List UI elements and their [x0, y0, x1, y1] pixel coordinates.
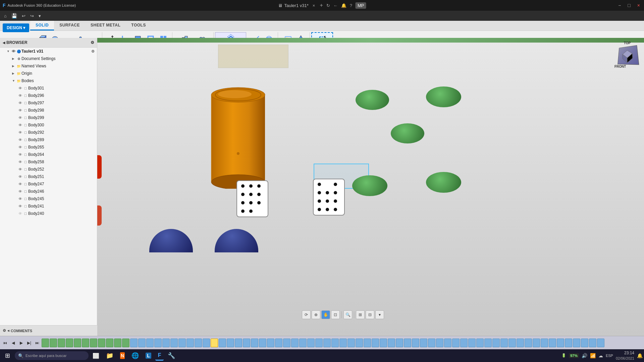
anim-cell-8[interactable] [106, 339, 113, 347]
anim-cell-60[interactable] [525, 339, 532, 347]
anim-cell-36[interactable] [331, 339, 339, 347]
taskbar-explorer[interactable]: 📁 [103, 351, 116, 361]
anim-cell-24[interactable] [235, 339, 242, 347]
anim-cell-69[interactable] [597, 339, 604, 347]
anim-cell-67[interactable] [581, 339, 588, 347]
anim-next-btn[interactable]: ▶| [25, 339, 33, 347]
anim-cell-9[interactable] [114, 339, 121, 347]
tab-sheet-metal[interactable]: SHEET METAL [85, 21, 126, 31]
anim-cell-34[interactable] [315, 339, 323, 347]
anim-cell-17[interactable] [178, 339, 186, 347]
nav-more-btn[interactable]: ▾ [375, 310, 384, 319]
notifications-btn[interactable]: 🔔 [341, 3, 346, 8]
anim-cell-66[interactable] [573, 339, 580, 347]
close-btn[interactable]: × [636, 3, 641, 8]
qa-arrow-btn[interactable]: ▾ [37, 13, 42, 19]
anim-cell-53[interactable] [468, 339, 476, 347]
anim-cell-49[interactable] [436, 339, 443, 347]
taskbar-search[interactable]: 🔍 Escribe aquí para buscar [15, 351, 89, 360]
tree-origin[interactable]: ▶ 📁 Origin [0, 70, 97, 77]
anim-cell-64[interactable] [557, 339, 564, 347]
anim-first-btn[interactable]: ⏮ [1, 339, 9, 347]
anim-cell-11[interactable] [130, 339, 138, 347]
anim-cell-4[interactable] [74, 339, 81, 347]
anim-cell-55[interactable] [484, 339, 492, 347]
anim-cell-37[interactable] [339, 339, 347, 347]
tree-body-296[interactable]: 👁 □ Body296 [0, 92, 97, 99]
notification-btn[interactable]: 🔔 [637, 353, 643, 358]
anim-cell-50[interactable] [444, 339, 451, 347]
tab-solid[interactable]: SOLID [30, 21, 54, 31]
anim-cell-43[interactable] [388, 339, 395, 347]
anim-cell-15[interactable] [162, 339, 170, 347]
tree-body-292[interactable]: 👁□ Body292 [0, 129, 97, 136]
anim-cell-44[interactable] [396, 339, 403, 347]
anim-cell-28[interactable] [267, 339, 274, 347]
tab-tools[interactable]: TOOLS [126, 21, 151, 31]
anim-cell-18[interactable] [186, 339, 194, 347]
anim-cell-41[interactable] [372, 339, 379, 347]
anim-cell-0[interactable] [42, 339, 49, 347]
cloud-icon[interactable]: ☁ [598, 353, 603, 358]
anim-last-btn[interactable]: ⏭ [34, 339, 41, 347]
root-visibility-icon[interactable]: 👁 [11, 49, 16, 54]
anim-cell-12[interactable] [138, 339, 146, 347]
anim-cell-23[interactable] [227, 339, 234, 347]
comments-settings-icon[interactable]: ⚙ [3, 328, 6, 333]
undo-btn[interactable]: ↩ [20, 13, 27, 19]
tree-body-252[interactable]: 👁□ Body252 [0, 166, 97, 173]
wifi-icon[interactable]: 📶 [590, 353, 596, 358]
anim-cell-54[interactable] [476, 339, 484, 347]
anim-cell-21[interactable] [211, 339, 218, 347]
body-301-vis[interactable]: 👁 [17, 85, 23, 91]
anim-cell-59[interactable] [517, 339, 524, 347]
nav-zoom-in-btn[interactable]: 🔍 [343, 310, 352, 319]
anim-cell-58[interactable] [508, 339, 516, 347]
nav-fit-btn[interactable]: ⊡ [331, 310, 340, 319]
anim-cell-25[interactable] [243, 339, 250, 347]
maximize-btn[interactable]: □ [626, 3, 632, 8]
anim-cell-20[interactable] [203, 339, 210, 347]
anim-cell-2[interactable] [58, 339, 65, 347]
anim-cell-33[interactable] [307, 339, 315, 347]
anim-cell-31[interactable] [291, 339, 299, 347]
anim-cell-48[interactable] [428, 339, 435, 347]
refresh-btn[interactable]: ↻ [326, 3, 330, 8]
anim-cell-40[interactable] [364, 339, 371, 347]
tree-body-299[interactable]: 👁□ Body299 [0, 114, 97, 121]
anim-cell-27[interactable] [259, 339, 266, 347]
tree-body-246[interactable]: 👁□ Body246 [0, 188, 97, 195]
body-301-sq[interactable]: □ [23, 85, 28, 91]
viewport[interactable]: TOP FRONT ⟳ ⊕ ✋ ⊡ 🔍 ⊞ ⊟ ▾ [97, 38, 644, 336]
anim-cell-35[interactable] [323, 339, 331, 347]
tree-body-300[interactable]: 👁□ Body300 [0, 121, 97, 129]
anim-prev-btn[interactable]: ◀ [9, 339, 17, 347]
tab-surface[interactable]: SURFACE [54, 21, 85, 31]
body-296-vis[interactable]: 👁 [17, 93, 23, 98]
home-btn[interactable]: ⌂ [3, 13, 8, 19]
taskbar-fusion[interactable]: F [155, 351, 164, 361]
tree-body-251[interactable]: 👁□ Body251 [0, 173, 97, 180]
anim-cell-57[interactable] [500, 339, 508, 347]
nav-hand-btn[interactable]: ✋ [321, 310, 330, 319]
anim-cell-22[interactable] [219, 339, 226, 347]
tree-body-240[interactable]: 👁□ Body240 [0, 210, 97, 217]
anim-cell-3[interactable] [66, 339, 73, 347]
nav-grid-2x2-btn[interactable]: ⊟ [366, 310, 374, 319]
anim-cell-51[interactable] [452, 339, 460, 347]
tree-body-258[interactable]: 👁□ Body258 [0, 158, 97, 166]
tree-body-297[interactable]: 👁□ Body297 [0, 99, 97, 107]
redo-btn[interactable]: ↪ [29, 13, 35, 19]
anim-cell-63[interactable] [549, 339, 556, 347]
viewcube[interactable]: TOP FRONT [614, 41, 641, 68]
tree-doc-settings[interactable]: ▶ ⚙ Document Settings [0, 55, 97, 62]
help-btn[interactable]: ? [350, 3, 352, 8]
anim-cell-52[interactable] [460, 339, 468, 347]
design-btn[interactable]: DESIGN ▾ [3, 23, 29, 32]
task-view-btn[interactable]: ⬜ [90, 351, 102, 361]
anim-cell-56[interactable] [492, 339, 500, 347]
anim-cell-68[interactable] [589, 339, 596, 347]
taskbar-chrome[interactable]: 🌐 [129, 351, 142, 361]
taskbar-notepad[interactable]: N [117, 351, 127, 361]
anim-cell-42[interactable] [380, 339, 387, 347]
